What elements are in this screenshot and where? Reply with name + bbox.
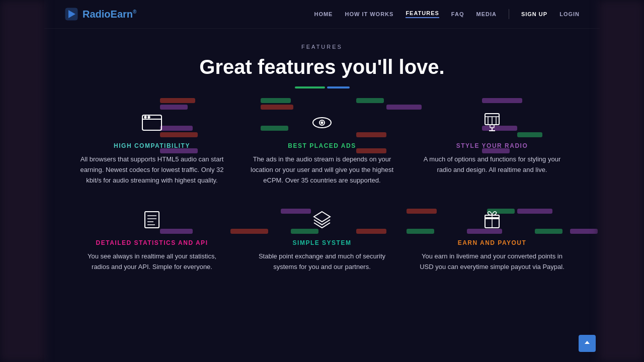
- nav-faq[interactable]: FAQ: [451, 11, 464, 17]
- feature-title-compatibility: HIGH COMPATIBILITY: [79, 142, 224, 149]
- nav-features[interactable]: FEATURES: [406, 10, 439, 18]
- feature-desc-ads: The ads in the audio stream is depends o…: [250, 154, 394, 186]
- logo-sup: ®: [133, 9, 136, 15]
- section-label: FEATURES: [64, 44, 580, 50]
- brush-icon: [420, 109, 565, 136]
- svg-point-8: [321, 122, 323, 124]
- feature-simple-system: SIMPLE SYSTEM Stable point exchange and …: [245, 201, 399, 278]
- feature-title-earn: EARN AND PAYOUT: [420, 239, 565, 246]
- feature-desc-compatibility: All browsers that supports HTML5 audio c…: [79, 154, 224, 186]
- feature-desc-system: Stable point exchange and much of securi…: [250, 251, 394, 273]
- feature-title-ads: BEST PLACED ADS: [250, 142, 394, 149]
- feature-desc-statistics: You see always in realtime all your stat…: [79, 251, 224, 273]
- logo-icon: [64, 7, 78, 21]
- left-blur-panel: [0, 0, 45, 362]
- feature-style-radio: STYLE YOUR RADIO A much of options and f…: [415, 104, 570, 191]
- logo-text: RadioEarn®: [83, 9, 136, 20]
- nav-how-it-works[interactable]: HOW IT WORKS: [345, 11, 393, 17]
- feature-title-system: SIMPLE SYSTEM: [250, 239, 394, 246]
- svg-rect-17: [145, 212, 159, 228]
- svg-marker-22: [314, 212, 330, 222]
- feature-best-placed-ads: BEST PLACED ADS The ads in the audio str…: [245, 104, 399, 191]
- logo: RadioEarn®: [64, 7, 136, 21]
- right-blur-panel: [599, 0, 644, 362]
- nav-login[interactable]: LOGIN: [559, 11, 580, 17]
- navbar: RadioEarn® HOME HOW IT WORKS FEATURES FA…: [44, 0, 600, 29]
- layers-icon: [250, 206, 394, 233]
- nav-links: HOME HOW IT WORKS FEATURES FAQ MEDIA SIG…: [314, 9, 580, 19]
- feature-desc-earn: You earn in livetime and your converted …: [420, 251, 565, 273]
- features-section: FEATURES Great features you'll love. HIG: [44, 29, 600, 288]
- deco-bar-blue: [327, 86, 350, 88]
- arrow-up-icon: [583, 339, 591, 347]
- section-title: Great features you'll love.: [64, 56, 580, 78]
- nav-divider: [509, 9, 509, 19]
- main-container: RadioEarn® HOME HOW IT WORKS FEATURES FA…: [44, 0, 600, 362]
- feature-high-compatibility: HIGH COMPATIBILITY All browsers that sup…: [74, 104, 229, 191]
- feature-desc-style: A much of options and functions for styl…: [420, 154, 565, 175]
- svg-point-5: [148, 116, 150, 118]
- nav-signup[interactable]: SIGN UP: [521, 11, 547, 17]
- logo-name: RadioEarn: [83, 9, 133, 20]
- nav-home[interactable]: HOME: [314, 11, 333, 17]
- feature-title-statistics: DETAILED STATISTICS AND API: [79, 239, 224, 246]
- title-deco-bars: [277, 86, 367, 88]
- scroll-up-button[interactable]: [579, 335, 596, 352]
- feature-earn-payout: EARN AND PAYOUT You earn in livetime and…: [415, 201, 570, 278]
- browser-icon: [79, 109, 224, 136]
- nav-media[interactable]: MEDIA: [476, 11, 496, 17]
- features-grid: HIGH COMPATIBILITY All browsers that sup…: [64, 104, 580, 278]
- gift-icon: [420, 206, 565, 233]
- list-icon: [79, 206, 224, 233]
- feature-statistics: DETAILED STATISTICS AND API You see alwa…: [74, 201, 229, 278]
- deco-bar-green: [295, 86, 325, 88]
- eye-icon: [250, 109, 394, 136]
- svg-point-4: [144, 116, 146, 118]
- feature-title-style: STYLE YOUR RADIO: [420, 142, 565, 149]
